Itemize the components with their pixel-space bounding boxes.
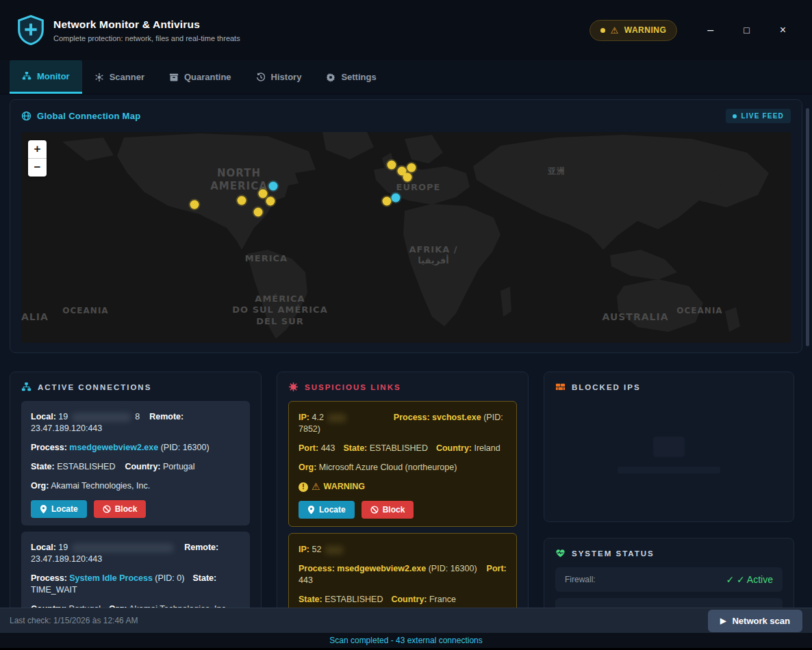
active-connections-title: ACTIVE CONNECTIONS: [38, 383, 151, 391]
blocked-ips-empty-state: [555, 401, 783, 509]
field-value: 443: [318, 443, 335, 453]
empty-state-icon: [653, 437, 685, 457]
firewall-value: ✓ ✓ Active: [726, 574, 773, 585]
field-value: ESTABLISHED: [55, 462, 116, 471]
app-window: Network Monitor & Antivirus Complete pro…: [0, 0, 812, 650]
field-value: 19: [56, 412, 68, 421]
blocked-ips-panel: BLOCKED IPS: [544, 372, 794, 522]
redacted-text: [325, 546, 343, 554]
pin-icon: [40, 505, 47, 514]
locate-button[interactable]: Locate: [31, 500, 87, 518]
network-scan-button[interactable]: ▶ Network scan: [708, 610, 802, 632]
field-label: Process:: [31, 573, 67, 583]
field-value: ESTABLISHED: [367, 443, 428, 453]
suspicious-link-card: IP: 4.2Process: svchost.exe (PID: 7852)P…: [288, 401, 517, 527]
gear-icon: [326, 73, 335, 82]
minimize-button[interactable]: –: [707, 25, 713, 36]
tab-quarantine[interactable]: Quarantine: [157, 60, 244, 94]
connection-marker-yellow[interactable]: [190, 200, 199, 209]
field-value: 8: [135, 412, 140, 421]
field-label: Port:: [299, 443, 318, 453]
warning-triangle-icon: ⚠: [611, 25, 619, 36]
map-zoom-control: + −: [28, 140, 47, 177]
live-feed-badge: LIVE FEED: [726, 109, 791, 123]
tab-monitor[interactable]: Monitor: [10, 60, 82, 94]
footer-bar: Last check: 1/15/2026 às 12:46 AM ▶ Netw…: [0, 608, 812, 633]
field-label: Process: msedgewebview2.exe: [299, 564, 426, 573]
maximize-button[interactable]: □: [744, 25, 749, 35]
box-icon: [169, 73, 179, 82]
zoom-out-button[interactable]: −: [28, 158, 47, 177]
connection-marker-cyan[interactable]: [269, 182, 278, 191]
titlebar: Network Monitor & Antivirus Complete pro…: [0, 0, 812, 60]
connection-marker-yellow[interactable]: [254, 208, 263, 217]
redacted-text: [328, 414, 346, 422]
field-label: Local:: [31, 543, 56, 552]
tab-label: Monitor: [37, 71, 70, 81]
warning-badge-label: WARNING: [624, 25, 667, 35]
system-status-title: SYSTEM STATUS: [572, 549, 655, 558]
zoom-in-button[interactable]: +: [28, 140, 47, 158]
empty-state-text: [618, 467, 720, 473]
connection-card: Local: 198Remote: 23.47.189.120:443Proce…: [21, 401, 250, 525]
active-connections-panel: ACTIVE CONNECTIONS Local: 198Remote: 23.…: [10, 372, 262, 608]
field-value: TIME_WAIT: [31, 585, 77, 595]
connection-marker-cyan[interactable]: [392, 194, 401, 203]
warning-triangle-icon: ⚠: [312, 481, 320, 492]
field-label: Remote:: [184, 543, 218, 552]
live-feed-label: LIVE FEED: [741, 112, 784, 120]
network-icon: [21, 382, 31, 392]
alert-circle-icon: !: [299, 482, 308, 492]
field-label: Process: svchost.exe: [394, 413, 481, 422]
close-button[interactable]: ×: [780, 25, 786, 36]
world-map[interactable]: + − NORTH AMERICAEUROPE亚洲AFRIKA / أفريقي…: [21, 132, 791, 343]
field-label: Country:: [436, 443, 472, 453]
field-value: Akamai Technologies, Inc.: [49, 481, 150, 491]
connection-marker-yellow[interactable]: [238, 196, 246, 205]
connection-marker-yellow[interactable]: [259, 190, 268, 198]
connection-marker-yellow[interactable]: [266, 197, 275, 206]
field-value: 19: [56, 543, 68, 552]
main-content: Global Connection Map LIVE FEED: [0, 94, 812, 608]
field-value: 4.2: [309, 413, 324, 422]
map-continent-label: AUSTRALIA: [602, 311, 669, 324]
no-entry-icon: [103, 505, 111, 513]
field-value: 52: [309, 545, 321, 554]
field-label: State:: [299, 595, 322, 604]
redacted-text: [72, 413, 131, 421]
firewall-label: Firewall:: [565, 575, 596, 584]
map-continent-label: EUROPE: [396, 182, 441, 193]
field-label: Org:: [31, 481, 49, 491]
connection-marker-yellow[interactable]: [388, 161, 396, 170]
firewall-status-row: Firewall: ✓ ✓ Active: [555, 567, 783, 592]
connection-marker-yellow[interactable]: [383, 197, 392, 206]
map-continent-label: RALIA: [21, 311, 49, 324]
block-button[interactable]: Block: [94, 500, 147, 518]
connection-marker-yellow[interactable]: [403, 173, 412, 182]
field-value: (PID: 0): [153, 573, 185, 583]
connection-marker-yellow[interactable]: [407, 164, 416, 172]
field-label: Port:: [487, 564, 507, 573]
live-dot-icon: [733, 114, 737, 118]
tab-history[interactable]: History: [244, 60, 314, 94]
map-continent-label: AMÉRICA DO SUL AMÉRICA DEL SUR: [232, 294, 327, 327]
tab-settings[interactable]: Settings: [314, 60, 388, 94]
globe-icon: [21, 111, 31, 121]
warning-status-badge[interactable]: ⚠ WARNING: [589, 20, 678, 41]
status-dot-icon: [600, 28, 605, 33]
tab-scanner[interactable]: Scanner: [82, 60, 157, 94]
field-label: Country:: [391, 595, 427, 604]
network-scan-label: Network scan: [732, 616, 790, 626]
process-name: System Idle Process: [67, 573, 153, 583]
vertical-scrollbar[interactable]: [806, 108, 809, 346]
block-button[interactable]: Block: [361, 501, 414, 519]
map-continent-label: MERICA: [245, 253, 288, 264]
redacted-text: [72, 544, 173, 552]
map-continent-label: AFRIKA / أفريقيا: [409, 244, 457, 267]
locate-button[interactable]: Locate: [299, 501, 355, 519]
partial-status-row: [555, 598, 783, 608]
field-label: IP:: [299, 413, 309, 422]
tab-label: Scanner: [110, 72, 144, 82]
process-name: msedgewebview2.exe: [67, 443, 158, 452]
tab-bar: MonitorScannerQuarantineHistorySettings: [0, 60, 812, 94]
